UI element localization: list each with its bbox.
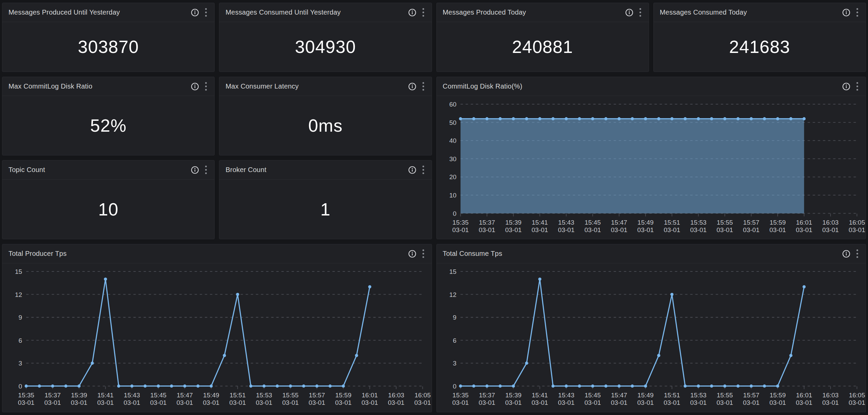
svg-text:15:51: 15:51 [664,219,680,226]
kebab-menu-icon[interactable] [204,81,207,91]
svg-text:03-01: 03-01 [822,226,839,233]
panel-header[interactable]: Messages Produced Until Yesterday [2,3,214,22]
svg-text:16:03: 16:03 [388,392,404,399]
svg-text:03-01: 03-01 [822,399,839,406]
info-icon[interactable] [408,8,416,17]
panel-actions [625,7,642,17]
svg-text:15: 15 [449,268,456,275]
chart-body: 0369121515:3503-0115:3703-0115:3903-0115… [437,263,866,412]
kebab-menu-icon[interactable] [422,7,425,17]
svg-text:15:51: 15:51 [230,392,246,399]
kebab-menu-icon[interactable] [856,249,859,259]
svg-text:10: 10 [449,192,456,199]
info-icon[interactable] [191,8,199,17]
total-producer-tps-chart[interactable]: 0369121515:3503-0115:3703-0115:3903-0115… [2,263,432,412]
panel-header[interactable]: Max Consumer Latency [219,77,431,96]
svg-text:03-01: 03-01 [414,399,431,406]
svg-text:03-01: 03-01 [849,226,865,233]
svg-text:03-01: 03-01 [478,226,495,233]
kebab-menu-icon[interactable] [422,165,425,175]
info-icon[interactable] [625,8,633,17]
svg-text:15:43: 15:43 [558,219,574,226]
panel-title: Broker Count [225,166,266,174]
panel-header[interactable]: Messages Consumed Until Yesterday [219,3,431,22]
kebab-menu-icon[interactable] [204,7,207,17]
panel-header[interactable]: Max CommitLog Disk Ratio [2,77,214,96]
svg-text:03-01: 03-01 [150,399,167,406]
svg-text:03-01: 03-01 [849,399,865,406]
info-icon[interactable] [408,82,416,91]
svg-text:0: 0 [453,210,456,217]
panel-messages-produced-until-yesterday: Messages Produced Until Yesterday 303870 [2,3,215,72]
svg-text:60: 60 [449,101,456,108]
kebab-menu-icon[interactable] [856,7,859,17]
svg-text:03-01: 03-01 [505,399,522,406]
svg-text:03-01: 03-01 [611,399,627,406]
commitlog-disk-ratio-chart[interactable]: 010203040506015:3503-0115:3703-0115:3903… [437,96,866,239]
info-icon[interactable] [191,166,199,174]
svg-text:15:41: 15:41 [97,392,114,399]
dashboard-grid: Messages Produced Until Yesterday 303870… [0,0,868,415]
info-icon[interactable] [408,250,416,258]
stat-value: 10 [98,199,119,220]
panel-header[interactable]: Messages Produced Today [437,3,649,22]
svg-text:15:39: 15:39 [505,392,521,399]
svg-text:15:51: 15:51 [664,392,680,399]
svg-text:15:53: 15:53 [690,392,706,399]
svg-text:15:47: 15:47 [611,392,627,399]
info-icon[interactable] [408,166,416,174]
panel-header[interactable]: Topic Count [2,161,214,180]
svg-text:9: 9 [453,314,456,321]
kebab-menu-icon[interactable] [422,249,425,259]
svg-text:16:05: 16:05 [849,392,865,399]
svg-text:03-01: 03-01 [690,226,707,233]
panel-header[interactable]: CommitLog Disk Ratio(%) [437,77,866,96]
kebab-menu-icon[interactable] [422,81,425,91]
svg-text:16:05: 16:05 [415,392,431,399]
panel-header[interactable]: Messages Consumed Today [654,3,866,22]
svg-text:15:35: 15:35 [18,392,34,399]
info-icon[interactable] [842,8,850,17]
panel-header[interactable]: Total Consume Tps [437,244,866,263]
stat-value: 304930 [295,37,356,57]
svg-text:3: 3 [453,360,456,367]
info-icon[interactable] [191,82,199,91]
panel-broker-count: Broker Count 1 [219,160,432,239]
svg-text:6: 6 [453,337,456,344]
panel-total-producer-tps: Total Producer Tps 0369121515:3503-0115:… [2,244,432,412]
stat-value: 241683 [729,37,790,57]
svg-text:03-01: 03-01 [256,399,272,406]
panel-actions [191,165,207,175]
stat-body: 52% [2,96,214,155]
panel-title: Total Producer Tps [8,250,67,258]
kebab-menu-icon[interactable] [204,165,207,175]
svg-text:15:37: 15:37 [479,392,495,399]
svg-text:03-01: 03-01 [335,399,352,406]
svg-text:03-01: 03-01 [558,399,575,406]
kebab-menu-icon[interactable] [639,7,642,17]
total-consume-tps-chart[interactable]: 0369121515:3503-0115:3703-0115:3903-0115… [437,263,866,412]
stat-body: 241683 [654,22,866,72]
panel-header[interactable]: Total Producer Tps [2,244,432,263]
svg-text:15: 15 [15,268,22,275]
panel-max-commitlog-disk-ratio: Max CommitLog Disk Ratio 52% [2,77,215,155]
info-icon[interactable] [842,250,850,258]
svg-text:16:03: 16:03 [822,219,838,226]
panel-title: Topic Count [8,166,45,174]
svg-text:12: 12 [15,291,22,298]
panel-title: Messages Consumed Today [660,8,747,16]
info-icon[interactable] [842,82,850,91]
svg-text:15:35: 15:35 [452,219,469,226]
panel-actions [191,7,207,17]
svg-text:15:39: 15:39 [71,392,87,399]
svg-text:03-01: 03-01 [664,226,680,233]
svg-text:0: 0 [453,383,456,390]
svg-text:6: 6 [19,337,22,344]
panel-messages-consumed-until-yesterday: Messages Consumed Until Yesterday 304930 [219,3,432,72]
kebab-menu-icon[interactable] [856,81,859,91]
panel-header[interactable]: Broker Count [219,161,431,180]
svg-text:15:45: 15:45 [584,219,601,226]
svg-text:15:47: 15:47 [611,219,627,226]
panel-title: Max CommitLog Disk Ratio [8,82,92,90]
svg-text:15:49: 15:49 [637,392,654,399]
